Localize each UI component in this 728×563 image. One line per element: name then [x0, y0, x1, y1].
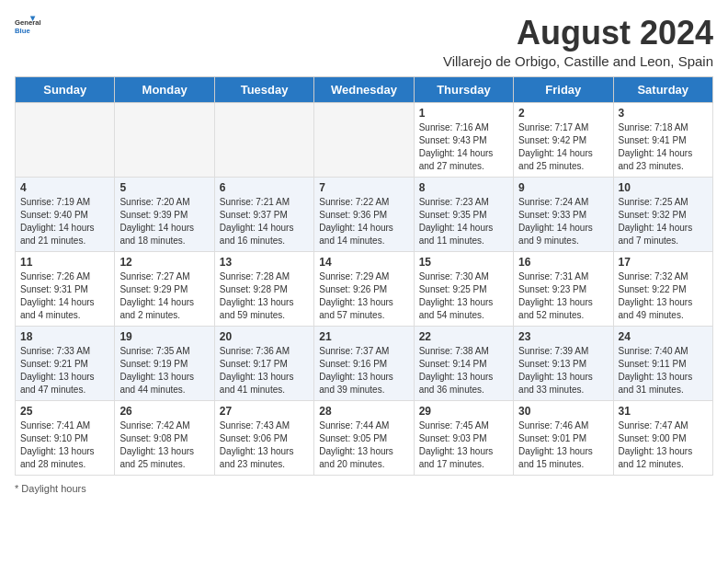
main-title: August 2024	[443, 15, 713, 52]
calendar-cell: 8Sunrise: 7:23 AMSunset: 9:35 PMDaylight…	[414, 177, 513, 251]
calendar-day-header: Thursday	[414, 76, 513, 102]
calendar-cell: 4Sunrise: 7:19 AMSunset: 9:40 PMDaylight…	[16, 177, 115, 251]
day-info: Sunrise: 7:42 AMSunset: 9:08 PMDaylight:…	[119, 419, 209, 471]
day-number: 17	[619, 256, 708, 269]
calendar-cell: 22Sunrise: 7:38 AMSunset: 9:14 PMDayligh…	[414, 326, 513, 400]
logo: GeneralBlue	[15, 15, 40, 40]
day-number: 18	[20, 330, 109, 343]
calendar-cell: 15Sunrise: 7:30 AMSunset: 9:25 PMDayligh…	[414, 251, 513, 326]
day-info: Sunrise: 7:46 AMSunset: 9:01 PMDaylight:…	[518, 419, 608, 471]
calendar-cell: 18Sunrise: 7:33 AMSunset: 9:21 PMDayligh…	[16, 326, 115, 400]
calendar-cell: 13Sunrise: 7:28 AMSunset: 9:28 PMDayligh…	[214, 251, 313, 326]
day-number: 3	[619, 107, 708, 120]
day-info: Sunrise: 7:38 AMSunset: 9:14 PMDaylight:…	[419, 345, 508, 396]
day-number: 29	[419, 405, 508, 418]
day-number: 7	[319, 181, 408, 194]
day-number: 8	[419, 181, 508, 194]
calendar-header-row: SundayMondayTuesdayWednesdayThursdayFrid…	[16, 76, 713, 102]
day-number: 28	[319, 405, 408, 418]
day-info: Sunrise: 7:36 AMSunset: 9:17 PMDaylight:…	[220, 345, 309, 396]
calendar-cell	[16, 102, 115, 177]
calendar-cell: 9Sunrise: 7:24 AMSunset: 9:33 PMDaylight…	[514, 177, 613, 251]
calendar-cell: 27Sunrise: 7:43 AMSunset: 9:06 PMDayligh…	[214, 400, 313, 475]
day-number: 9	[518, 181, 608, 194]
calendar-cell: 28Sunrise: 7:44 AMSunset: 9:05 PMDayligh…	[314, 400, 414, 475]
logo-icon: GeneralBlue	[15, 15, 40, 40]
calendar-day-header: Friday	[514, 76, 613, 102]
calendar-day-header: Monday	[115, 76, 214, 102]
day-number: 16	[518, 256, 608, 269]
calendar-cell: 26Sunrise: 7:42 AMSunset: 9:08 PMDayligh…	[115, 400, 214, 475]
day-number: 12	[119, 256, 209, 269]
calendar-cell: 20Sunrise: 7:36 AMSunset: 9:17 PMDayligh…	[214, 326, 313, 400]
calendar-cell: 10Sunrise: 7:25 AMSunset: 9:32 PMDayligh…	[613, 177, 712, 251]
day-info: Sunrise: 7:16 AMSunset: 9:43 PMDaylight:…	[419, 121, 508, 173]
day-number: 21	[319, 330, 408, 343]
day-info: Sunrise: 7:19 AMSunset: 9:40 PMDaylight:…	[20, 196, 109, 247]
day-info: Sunrise: 7:37 AMSunset: 9:16 PMDaylight:…	[319, 345, 408, 396]
calendar-cell: 16Sunrise: 7:31 AMSunset: 9:23 PMDayligh…	[514, 251, 613, 326]
day-info: Sunrise: 7:45 AMSunset: 9:03 PMDaylight:…	[419, 419, 508, 471]
svg-text:Blue: Blue	[15, 27, 30, 35]
calendar-cell: 29Sunrise: 7:45 AMSunset: 9:03 PMDayligh…	[414, 400, 513, 475]
calendar-cell: 14Sunrise: 7:29 AMSunset: 9:26 PMDayligh…	[314, 251, 414, 326]
day-info: Sunrise: 7:44 AMSunset: 9:05 PMDaylight:…	[319, 419, 408, 471]
day-info: Sunrise: 7:22 AMSunset: 9:36 PMDaylight:…	[319, 196, 408, 247]
day-info: Sunrise: 7:35 AMSunset: 9:19 PMDaylight:…	[119, 345, 209, 396]
day-info: Sunrise: 7:33 AMSunset: 9:21 PMDaylight:…	[20, 345, 109, 396]
day-number: 26	[119, 405, 209, 418]
calendar-day-header: Sunday	[16, 76, 115, 102]
day-info: Sunrise: 7:31 AMSunset: 9:23 PMDaylight:…	[518, 270, 608, 322]
day-info: Sunrise: 7:24 AMSunset: 9:33 PMDaylight:…	[518, 196, 608, 247]
day-info: Sunrise: 7:28 AMSunset: 9:28 PMDaylight:…	[220, 270, 309, 322]
calendar-cell: 5Sunrise: 7:20 AMSunset: 9:39 PMDaylight…	[115, 177, 214, 251]
day-info: Sunrise: 7:43 AMSunset: 9:06 PMDaylight:…	[220, 419, 309, 471]
day-info: Sunrise: 7:47 AMSunset: 9:00 PMDaylight:…	[619, 419, 708, 471]
day-number: 25	[20, 405, 109, 418]
page-header: GeneralBlue August 2024 Villarejo de Orb…	[15, 15, 713, 69]
day-number: 22	[419, 330, 508, 343]
calendar-week-row: 4Sunrise: 7:19 AMSunset: 9:40 PMDaylight…	[16, 177, 713, 251]
calendar-cell: 21Sunrise: 7:37 AMSunset: 9:16 PMDayligh…	[314, 326, 414, 400]
day-info: Sunrise: 7:32 AMSunset: 9:22 PMDaylight:…	[619, 270, 708, 322]
day-number: 10	[619, 181, 708, 194]
day-info: Sunrise: 7:26 AMSunset: 9:31 PMDaylight:…	[20, 270, 109, 322]
day-number: 24	[619, 330, 708, 343]
day-info: Sunrise: 7:20 AMSunset: 9:39 PMDaylight:…	[119, 196, 209, 247]
calendar-cell: 12Sunrise: 7:27 AMSunset: 9:29 PMDayligh…	[115, 251, 214, 326]
calendar-cell: 2Sunrise: 7:17 AMSunset: 9:42 PMDaylight…	[514, 102, 613, 177]
day-info: Sunrise: 7:27 AMSunset: 9:29 PMDaylight:…	[119, 270, 209, 322]
calendar-cell: 23Sunrise: 7:39 AMSunset: 9:13 PMDayligh…	[514, 326, 613, 400]
day-info: Sunrise: 7:30 AMSunset: 9:25 PMDaylight:…	[419, 270, 508, 322]
day-info: Sunrise: 7:39 AMSunset: 9:13 PMDaylight:…	[518, 345, 608, 396]
day-info: Sunrise: 7:18 AMSunset: 9:41 PMDaylight:…	[619, 121, 708, 173]
calendar-cell: 7Sunrise: 7:22 AMSunset: 9:36 PMDaylight…	[314, 177, 414, 251]
calendar-week-row: 25Sunrise: 7:41 AMSunset: 9:10 PMDayligh…	[16, 400, 713, 475]
calendar-cell: 6Sunrise: 7:21 AMSunset: 9:37 PMDaylight…	[214, 177, 313, 251]
svg-text:General: General	[15, 18, 40, 27]
day-number: 5	[119, 181, 209, 194]
day-number: 14	[319, 256, 408, 269]
day-number: 15	[419, 256, 508, 269]
subtitle: Villarejo de Orbigo, Castille and Leon, …	[443, 53, 713, 69]
title-block: August 2024 Villarejo de Orbigo, Castill…	[443, 15, 713, 69]
day-number: 23	[518, 330, 608, 343]
day-info: Sunrise: 7:17 AMSunset: 9:42 PMDaylight:…	[518, 121, 608, 173]
day-number: 2	[518, 107, 608, 120]
calendar-cell: 11Sunrise: 7:26 AMSunset: 9:31 PMDayligh…	[16, 251, 115, 326]
calendar-cell: 17Sunrise: 7:32 AMSunset: 9:22 PMDayligh…	[613, 251, 712, 326]
calendar-cell: 30Sunrise: 7:46 AMSunset: 9:01 PMDayligh…	[514, 400, 613, 475]
footer-note: * Daylight hours	[15, 483, 713, 494]
calendar-cell	[314, 102, 414, 177]
day-number: 6	[220, 181, 309, 194]
calendar-day-header: Saturday	[613, 76, 712, 102]
calendar-cell: 25Sunrise: 7:41 AMSunset: 9:10 PMDayligh…	[16, 400, 115, 475]
calendar-cell: 19Sunrise: 7:35 AMSunset: 9:19 PMDayligh…	[115, 326, 214, 400]
day-info: Sunrise: 7:23 AMSunset: 9:35 PMDaylight:…	[419, 196, 508, 247]
day-number: 20	[220, 330, 309, 343]
calendar-day-header: Wednesday	[314, 76, 414, 102]
day-info: Sunrise: 7:40 AMSunset: 9:11 PMDaylight:…	[619, 345, 708, 396]
calendar-cell	[214, 102, 313, 177]
day-number: 1	[419, 107, 508, 120]
calendar-table: SundayMondayTuesdayWednesdayThursdayFrid…	[15, 76, 713, 476]
